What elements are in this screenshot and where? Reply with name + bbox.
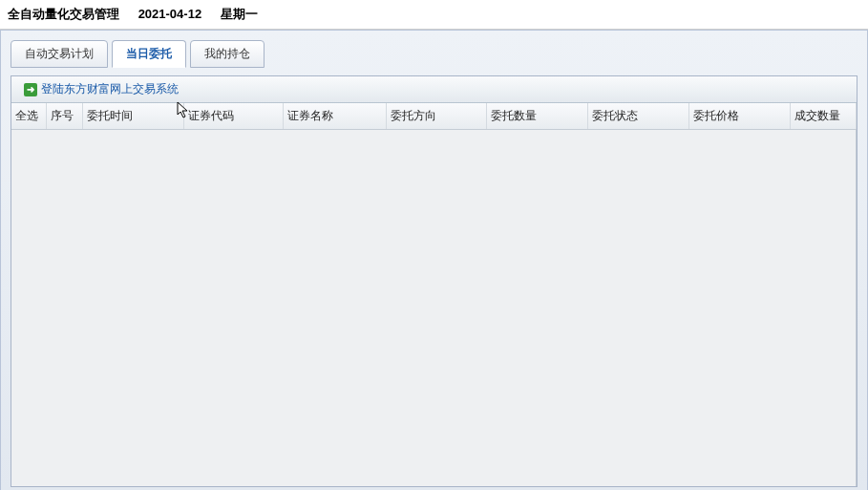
th-stock-code[interactable]: 证券代码 (184, 103, 284, 129)
tab-auto-plan[interactable]: 自动交易计划 (11, 40, 108, 68)
th-order-direction[interactable]: 委托方向 (387, 103, 488, 129)
th-seq[interactable]: 序号 (47, 103, 82, 129)
orders-table-body (11, 130, 857, 487)
th-deal-qty[interactable]: 成交数量 (791, 103, 857, 129)
th-order-qty[interactable]: 委托数量 (487, 103, 588, 129)
th-select-all[interactable]: 全选 (11, 103, 47, 129)
main-panel: 自动交易计划 当日委托 我的持仓 ➜ 登陆东方财富网上交易系统 全选 序号 委托… (0, 30, 868, 490)
tabs-row: 自动交易计划 当日委托 我的持仓 (11, 40, 857, 68)
current-weekday: 星期一 (221, 7, 258, 21)
login-label: 登陆东方财富网上交易系统 (41, 81, 179, 97)
th-order-time[interactable]: 委托时间 (83, 103, 184, 129)
toolbar: ➜ 登陆东方财富网上交易系统 (11, 76, 857, 103)
title-bar: 全自动量化交易管理 2021-04-12 星期一 (0, 0, 868, 30)
tab-today-orders[interactable]: 当日委托 (112, 40, 186, 68)
app-title: 全自动量化交易管理 (8, 7, 119, 21)
current-date: 2021-04-12 (138, 7, 202, 21)
tab-my-positions[interactable]: 我的持仓 (190, 40, 265, 68)
login-icon: ➜ (24, 83, 37, 96)
th-stock-name[interactable]: 证券名称 (284, 103, 387, 129)
login-trading-button[interactable]: ➜ 登陆东方财富网上交易系统 (16, 79, 186, 99)
content-box: ➜ 登陆东方财富网上交易系统 全选 序号 委托时间 证券代码 证券名称 委托方向… (11, 75, 857, 487)
orders-table-header: 全选 序号 委托时间 证券代码 证券名称 委托方向 委托数量 委托状态 委托价格… (11, 103, 857, 130)
th-order-status[interactable]: 委托状态 (588, 103, 689, 129)
th-order-price[interactable]: 委托价格 (689, 103, 791, 129)
